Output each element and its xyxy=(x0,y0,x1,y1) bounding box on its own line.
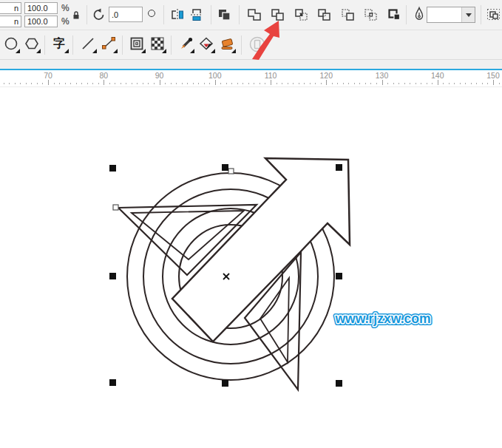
ruler-minor-tick xyxy=(415,83,416,84)
pattern-tool-button[interactable] xyxy=(148,34,167,55)
handle-top-left[interactable] xyxy=(109,165,116,172)
ruler-label: 130 xyxy=(376,71,389,80)
scale-x-percent-label: % xyxy=(61,3,69,13)
property-bar: % % xyxy=(0,0,502,30)
paint-bucket-tool-button[interactable] xyxy=(217,34,237,55)
ruler-minor-tick xyxy=(54,83,55,84)
handle-middle-right[interactable] xyxy=(336,273,342,279)
wrap-paragraph-text-button[interactable] xyxy=(484,5,502,24)
selected-object-drawing[interactable]: www.rjzxw.com www.rjzxw.com www.rjzxw.co… xyxy=(0,87,502,448)
polygon-tool-button[interactable] xyxy=(22,34,41,55)
freehand-tool-button[interactable] xyxy=(78,34,98,55)
coreldraw-window: % % xyxy=(0,0,502,448)
object-size-width-field[interactable] xyxy=(0,2,21,14)
smart-fill-tool-button[interactable] xyxy=(197,34,216,55)
ruler-minor-tick xyxy=(282,83,282,84)
ruler-label: 80 xyxy=(99,71,108,80)
ruler-minor-tick xyxy=(487,83,488,84)
handle-bottom-left[interactable] xyxy=(109,379,116,386)
node-marker[interactable] xyxy=(113,205,118,210)
create-boundary-button[interactable] xyxy=(385,5,404,24)
handle-top-center[interactable] xyxy=(222,164,228,171)
combine-icon xyxy=(216,6,234,24)
ruler-major-tick xyxy=(48,80,49,85)
weld-icon xyxy=(245,6,263,24)
ruler-major-tick xyxy=(493,80,494,85)
ruler-major-tick xyxy=(215,80,216,85)
text-tool-button[interactable]: 字 xyxy=(50,34,69,55)
intersect-button[interactable] xyxy=(292,5,311,24)
dropdown-button[interactable] xyxy=(461,7,475,22)
intersect-icon xyxy=(293,6,311,24)
ruler-minor-tick xyxy=(393,83,394,84)
ruler-minor-tick xyxy=(193,83,194,84)
ruler-label: 100 xyxy=(208,71,222,80)
handle-middle-left[interactable] xyxy=(109,273,116,279)
object-size-height-field[interactable] xyxy=(0,16,21,27)
ruler-minor-tick xyxy=(65,83,66,84)
bezier-tool-button[interactable] xyxy=(99,34,118,55)
mirror-vertical-icon xyxy=(189,7,205,23)
rotation-angle-field[interactable] xyxy=(109,7,143,22)
drawing-canvas[interactable]: www.rjzxw.com www.rjzxw.com www.rjzxw.co… xyxy=(0,87,502,448)
ruler-minor-tick xyxy=(454,83,455,84)
mirror-vertical-button[interactable] xyxy=(187,5,206,24)
simplify-button[interactable] xyxy=(315,5,334,24)
ruler-minor-tick xyxy=(171,83,172,84)
flyout-corner-icon xyxy=(231,49,236,53)
ruler-minor-tick xyxy=(343,83,344,84)
handle-bottom-center[interactable] xyxy=(222,380,228,387)
flyout-corner-icon xyxy=(113,49,118,53)
flyout-corner-icon xyxy=(92,49,97,53)
outline-width-dropdown[interactable] xyxy=(427,7,475,23)
text-tool-glyph: 字 xyxy=(53,36,65,52)
ruler-minor-tick xyxy=(109,83,110,84)
ruler-minor-tick xyxy=(42,83,43,84)
ruler-minor-tick xyxy=(231,83,232,84)
chevron-down-icon xyxy=(466,13,472,17)
eyedropper-tool-button[interactable] xyxy=(176,34,195,55)
ruler-label: 110 xyxy=(265,71,277,80)
contour-tool-button[interactable] xyxy=(127,34,146,55)
front-minus-back-button[interactable] xyxy=(339,5,358,24)
ruler-minor-tick xyxy=(310,83,311,84)
mirror-horizontal-button[interactable] xyxy=(168,5,187,24)
weld-button[interactable] xyxy=(245,5,264,24)
create-boundary-icon xyxy=(386,6,404,24)
back-minus-front-icon xyxy=(362,6,380,24)
ruler-minor-tick xyxy=(288,83,288,84)
ruler-minor-tick xyxy=(92,83,93,84)
ruler-minor-tick xyxy=(449,83,450,84)
rotate-icon xyxy=(92,7,106,25)
horizontal-ruler[interactable]: 708090100110120130140150 xyxy=(0,70,502,87)
scale-x-field[interactable] xyxy=(24,2,58,14)
ruler-minor-tick xyxy=(476,83,477,84)
ruler-minor-tick xyxy=(404,83,405,84)
ruler-minor-tick xyxy=(70,83,71,84)
combine-button[interactable] xyxy=(215,5,234,24)
back-minus-front-button[interactable] xyxy=(362,5,381,24)
ruler-minor-tick xyxy=(165,83,166,84)
ruler-minor-tick xyxy=(198,83,199,84)
watermark-text: www.rjzxw.com xyxy=(334,311,430,326)
node-marker[interactable] xyxy=(228,169,234,174)
ruler-minor-tick xyxy=(115,83,115,84)
trim-button[interactable] xyxy=(268,5,288,24)
ruler-minor-tick xyxy=(226,83,227,84)
scale-y-field[interactable] xyxy=(24,16,58,27)
ruler-minor-tick xyxy=(354,83,355,84)
ruler-major-tick xyxy=(438,80,438,85)
ruler-minor-tick xyxy=(248,83,249,84)
handle-bottom-right[interactable] xyxy=(336,380,342,387)
ruler-label: 70 xyxy=(44,71,52,80)
ruler-minor-tick xyxy=(26,83,27,84)
handle-top-right[interactable] xyxy=(336,164,342,171)
lock-ratio-button[interactable] xyxy=(72,10,81,24)
ruler-minor-tick xyxy=(443,83,444,84)
ruler-major-tick xyxy=(271,80,271,85)
ruler-minor-tick xyxy=(410,83,410,84)
ruler-minor-tick xyxy=(315,83,316,84)
simplify-icon xyxy=(316,6,333,24)
ellipse-tool-button[interactable] xyxy=(1,34,21,55)
ruler-minor-tick xyxy=(242,83,243,84)
